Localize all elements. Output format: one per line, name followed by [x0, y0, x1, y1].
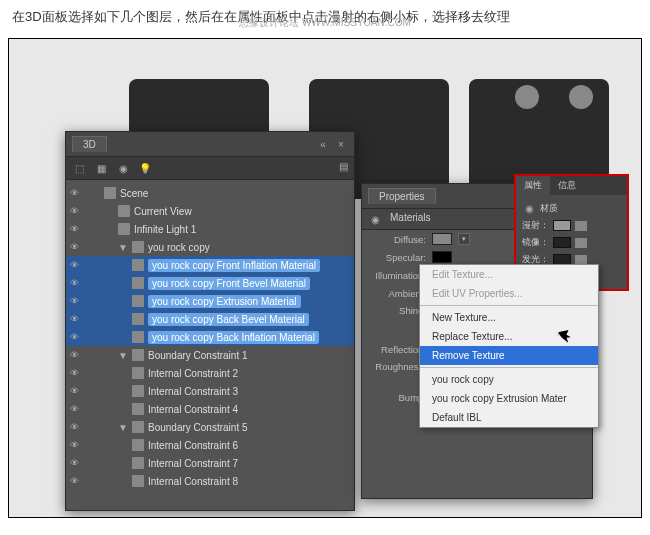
panel-3d-header[interactable]: 3D « ×: [66, 132, 354, 157]
tree-item[interactable]: Boundary Constraint 5: [66, 418, 354, 436]
visibility-icon[interactable]: [70, 205, 82, 217]
tree-item[interactable]: Internal Constraint 4: [66, 400, 354, 418]
visibility-icon[interactable]: [70, 223, 82, 235]
tree-item[interactable]: Internal Constraint 2: [66, 364, 354, 382]
ctx-item[interactable]: you rock copy: [420, 370, 598, 389]
tree-item[interactable]: Current View: [66, 202, 354, 220]
ctx-item[interactable]: you rock copy Extrusion Mater: [420, 389, 598, 408]
expand-arrow-icon[interactable]: [118, 242, 128, 253]
visibility-icon[interactable]: [70, 421, 82, 433]
prop-label: Shine:: [368, 305, 426, 316]
filter-material-icon[interactable]: ◉: [116, 161, 130, 175]
tree-item-label: you rock copy Extrusion Material: [148, 296, 301, 307]
side-subtitle-row: ◉ 材质: [522, 199, 621, 217]
item-type-icon: [132, 313, 144, 325]
folder-icon[interactable]: [575, 221, 587, 231]
specular-swatch[interactable]: [432, 251, 452, 263]
filter-scene-icon[interactable]: ⬚: [72, 161, 86, 175]
item-type-icon: [118, 205, 130, 217]
collapse-icon[interactable]: «: [316, 137, 330, 151]
visibility-icon[interactable]: [70, 241, 82, 253]
scene-tree[interactable]: Scene Current ViewInfinite Light 1you ro…: [66, 180, 354, 510]
prop-label: Bump:: [368, 392, 426, 403]
ctx-item: Edit UV Properties...: [420, 284, 598, 303]
tree-item-label: you rock copy: [148, 242, 210, 253]
expand-arrow-icon[interactable]: [118, 422, 128, 433]
prop-label: Ambient:: [368, 288, 426, 299]
folder-icon[interactable]: [575, 255, 587, 265]
tree-item-label: Internal Constraint 6: [148, 440, 238, 451]
filter-light-icon[interactable]: 💡: [138, 161, 152, 175]
visibility-icon[interactable]: [70, 259, 82, 271]
item-type-icon: [132, 277, 144, 289]
tree-item-label: Internal Constraint 7: [148, 458, 238, 469]
materials-icon: ◉: [522, 201, 536, 215]
tree-item-label: Infinite Light 1: [134, 224, 196, 235]
materials-icon[interactable]: ◉: [368, 212, 382, 226]
filter-mesh-icon[interactable]: ▦: [94, 161, 108, 175]
tree-item-label: Internal Constraint 3: [148, 386, 238, 397]
tab-props-cn[interactable]: 属性: [516, 176, 550, 195]
ctx-item[interactable]: Remove Texture: [420, 346, 598, 365]
tree-item[interactable]: Internal Constraint 6: [66, 436, 354, 454]
swatch[interactable]: [553, 237, 571, 248]
expand-arrow-icon[interactable]: [118, 350, 128, 361]
tree-item-label: Internal Constraint 4: [148, 404, 238, 415]
texture-context-menu[interactable]: Edit Texture...Edit UV Properties...New …: [419, 264, 599, 428]
prop-label: Specular:: [368, 252, 426, 263]
panel-3d[interactable]: 3D « × ⬚ ▦ ◉ 💡 ▤ Scene Current ViewInfin…: [65, 131, 355, 511]
prop-label: Roughness:: [368, 361, 426, 372]
tree-item[interactable]: you rock copy Front Inflation Material: [66, 256, 354, 274]
tree-item-label: you rock copy Back Inflation Material: [148, 332, 319, 343]
visibility-icon[interactable]: [70, 403, 82, 415]
visibility-icon[interactable]: [70, 439, 82, 451]
visibility-icon[interactable]: [70, 475, 82, 487]
diffuse-swatch[interactable]: [432, 233, 452, 245]
folder-icon[interactable]: [575, 238, 587, 248]
visibility-icon[interactable]: [70, 313, 82, 325]
item-type-icon: [132, 439, 144, 451]
prop-label: Reflection:: [368, 344, 426, 355]
tree-item[interactable]: Internal Constraint 3: [66, 382, 354, 400]
tree-item[interactable]: you rock copy: [66, 238, 354, 256]
item-type-icon: [132, 295, 144, 307]
tree-item[interactable]: Boundary Constraint 1: [66, 346, 354, 364]
visibility-icon[interactable]: [70, 277, 82, 289]
ctx-item[interactable]: Default IBL: [420, 408, 598, 427]
visibility-icon[interactable]: [70, 187, 82, 199]
close-icon[interactable]: ×: [334, 137, 348, 151]
tree-item[interactable]: Internal Constraint 7: [66, 454, 354, 472]
prop-label: Diffuse:: [368, 234, 426, 245]
diffuse-texture-dropdown[interactable]: ▾: [458, 233, 470, 245]
tree-item-label: Internal Constraint 2: [148, 368, 238, 379]
side-tabs: 属性 信息: [516, 176, 627, 195]
ctx-item[interactable]: New Texture...: [420, 308, 598, 327]
visibility-icon[interactable]: [70, 367, 82, 379]
tree-item-label: Internal Constraint 8: [148, 476, 238, 487]
visibility-icon[interactable]: [70, 457, 82, 469]
tree-item[interactable]: you rock copy Back Inflation Material: [66, 328, 354, 346]
side-specular: 镜像：: [522, 234, 621, 251]
ctx-item[interactable]: Replace Texture...: [420, 327, 598, 346]
item-type-icon: [118, 223, 130, 235]
tree-item[interactable]: Internal Constraint 8: [66, 472, 354, 490]
tree-item-label: you rock copy Back Bevel Material: [148, 314, 309, 325]
visibility-icon[interactable]: [70, 295, 82, 307]
tab-info-cn[interactable]: 信息: [550, 176, 584, 195]
tree-item[interactable]: you rock copy Extrusion Material: [66, 292, 354, 310]
tree-item-label: Boundary Constraint 1: [148, 350, 248, 361]
visibility-icon[interactable]: [70, 385, 82, 397]
visibility-icon[interactable]: [70, 331, 82, 343]
swatch[interactable]: [553, 220, 571, 231]
tree-item[interactable]: you rock copy Front Bevel Material: [66, 274, 354, 292]
tree-item[interactable]: Infinite Light 1: [66, 220, 354, 238]
panel-menu-icon[interactable]: ▤: [339, 161, 348, 175]
visibility-icon[interactable]: [70, 349, 82, 361]
tree-item[interactable]: you rock copy Back Bevel Material: [66, 310, 354, 328]
tab-properties[interactable]: Properties: [368, 188, 436, 204]
item-type-icon: [132, 403, 144, 415]
scene-root[interactable]: Scene: [66, 184, 354, 202]
panel-3d-controls: « ×: [316, 137, 348, 151]
dot-3d: [569, 85, 593, 109]
tab-3d[interactable]: 3D: [72, 136, 107, 152]
